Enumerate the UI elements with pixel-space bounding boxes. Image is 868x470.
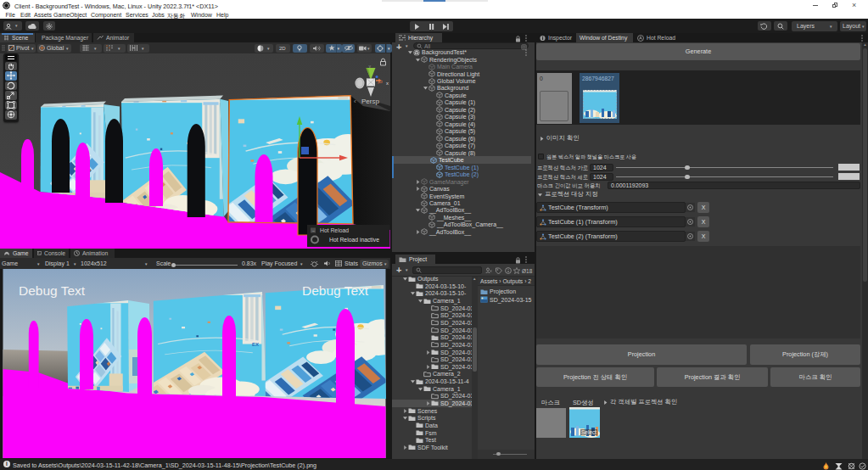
svg-text:Hot Reload: Hot Reload <box>320 227 349 233</box>
svg-text:Hot Reload inactive: Hot Reload inactive <box>329 237 379 243</box>
svg-text:x: x <box>386 81 389 86</box>
svg-text:Debug Text: Debug Text <box>19 283 86 298</box>
svg-text:–: – <box>312 228 315 233</box>
svg-text:EX: EX <box>252 342 259 347</box>
svg-text:Debug Text: Debug Text <box>302 283 369 298</box>
svg-text:‹: ‹ <box>354 98 356 105</box>
svg-text:Persp: Persp <box>361 98 379 105</box>
